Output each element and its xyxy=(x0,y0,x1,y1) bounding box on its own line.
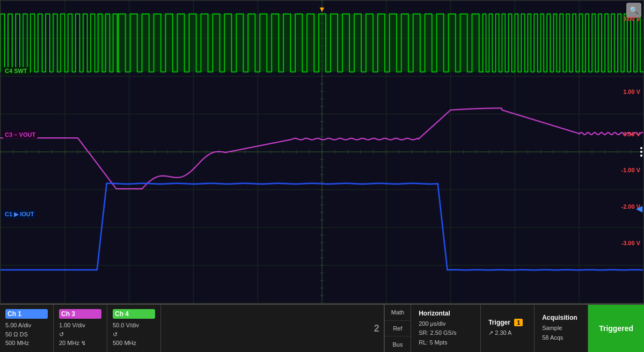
number-box[interactable]: 2 xyxy=(370,305,384,352)
horizontal-info[interactable]: Horizontal 200 μs/div SR: 2.50 GS/s RL: … xyxy=(411,305,481,352)
math-ref-bus-box: Math Ref Bus xyxy=(384,305,411,352)
trigger-channel-badge: 1 xyxy=(514,319,523,326)
ch1-header: Ch 1 xyxy=(5,309,48,319)
horizontal-detail: 200 μs/div SR: 2.50 GS/s RL: 5 Mpts xyxy=(419,319,473,348)
menu-dots[interactable] xyxy=(639,145,643,159)
trigger-position-marker: ▼ xyxy=(318,5,326,13)
triggered-button[interactable]: Triggered xyxy=(588,305,644,352)
spacer xyxy=(161,305,370,352)
ref-button[interactable]: Ref xyxy=(385,321,411,337)
acquisition-header: Acquisition xyxy=(542,314,580,321)
acquisition-info[interactable]: Acquisition Sample 58 Acqs xyxy=(535,305,588,352)
grid-canvas xyxy=(1,1,643,303)
ch3-screen-label: C3 − VOUT xyxy=(3,131,38,138)
ch4-detail: 50.0 V/div ↺ 500 MHz xyxy=(113,321,155,348)
v-label-3v: 3.00 V xyxy=(623,16,640,22)
ch3-info[interactable]: Ch 3 1.00 V/div ↺ 20 MHz ↯ xyxy=(54,305,107,352)
trigger-detail: ↗ 2.30 A xyxy=(488,328,526,338)
screen-area: ▼ 🔍 3.00 V 1.00 V 0.00 V -1.00 V -2.00 V… xyxy=(0,0,644,304)
ch1-info[interactable]: Ch 1 5.00 A/div 50 Ω DS 500 MHz xyxy=(0,305,54,352)
bus-button[interactable]: Bus xyxy=(385,336,411,352)
trigger-header: Trigger 1 xyxy=(488,319,526,326)
v-label-neg1v: -1.00 V xyxy=(621,167,640,173)
trigger-info[interactable]: Trigger 1 ↗ 2.30 A xyxy=(481,305,535,352)
ch1-screen-label: C1 ▶ IOUT xyxy=(3,210,36,218)
ch1-detail: 5.00 A/div 50 Ω DS 500 MHz xyxy=(5,321,48,348)
oscilloscope: ▼ 🔍 3.00 V 1.00 V 0.00 V -1.00 V -2.00 V… xyxy=(0,0,644,352)
v-label-neg3v: -3.00 V xyxy=(621,240,640,246)
v-label-0v: 0.00 V xyxy=(623,131,640,137)
ch4-screen-label: C4 SWT xyxy=(3,67,30,75)
horizontal-header: Horizontal xyxy=(419,310,473,317)
bottom-bar: Ch 1 5.00 A/div 50 Ω DS 500 MHz Ch 3 1.0… xyxy=(0,304,644,352)
ch4-info[interactable]: Ch 4 50.0 V/div ↺ 500 MHz xyxy=(107,305,161,352)
acquisition-detail: Sample 58 Acqs xyxy=(542,324,580,342)
ch3-header: Ch 3 xyxy=(59,309,101,319)
v-label-1v: 1.00 V xyxy=(623,89,640,95)
dot-3 xyxy=(640,155,642,157)
dot-1 xyxy=(640,147,642,149)
trigger-level-arrow: ◀ xyxy=(636,203,642,214)
ch3-detail: 1.00 V/div ↺ 20 MHz ↯ xyxy=(59,321,101,348)
dot-2 xyxy=(640,151,642,153)
math-button[interactable]: Math xyxy=(385,305,411,321)
ch4-header: Ch 4 xyxy=(113,309,155,319)
